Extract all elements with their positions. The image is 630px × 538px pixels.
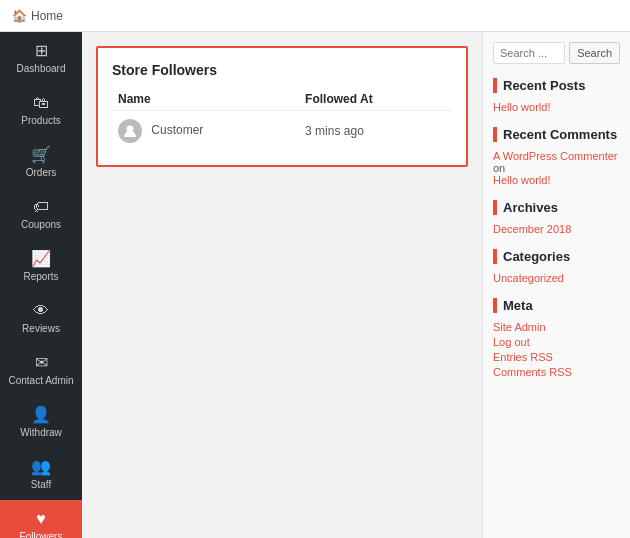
- sidebar-item-dashboard[interactable]: ⊞ Dashboard: [0, 32, 82, 84]
- comment-post-link[interactable]: Hello world!: [493, 174, 620, 186]
- recent-post-link-1[interactable]: Hello world!: [493, 101, 620, 113]
- sidebar-label-contact-admin: Contact Admin: [8, 375, 73, 387]
- archives-title: Archives: [493, 200, 620, 215]
- search-box: Search: [493, 42, 620, 64]
- home-label: Home: [31, 9, 63, 23]
- search-button[interactable]: Search: [569, 42, 620, 64]
- products-icon: 🛍: [33, 94, 49, 112]
- main-content: Store Followers Name Followed At: [82, 32, 482, 538]
- sidebar-item-staff[interactable]: 👥 Staff: [0, 448, 82, 500]
- reports-icon: 📈: [31, 249, 51, 268]
- meta-title: Meta: [493, 298, 620, 313]
- customer-name: Customer: [151, 123, 203, 137]
- sidebar-item-products[interactable]: 🛍 Products: [0, 84, 82, 136]
- orders-icon: 🛒: [31, 145, 51, 164]
- commenter-link[interactable]: A WordPress Commenter: [493, 150, 618, 162]
- topbar: 🏠 Home: [0, 0, 630, 32]
- col-followed-at: Followed At: [299, 88, 452, 111]
- dashboard-icon: ⊞: [35, 41, 48, 60]
- sidebar: ⊞ Dashboard 🛍 Products 🛒 Orders 🏷 Coupon…: [0, 32, 82, 538]
- followers-card: Store Followers Name Followed At: [96, 46, 468, 167]
- contact-admin-icon: ✉: [35, 353, 48, 372]
- on-text: on: [493, 162, 505, 174]
- categories-title: Categories: [493, 249, 620, 264]
- sidebar-item-orders[interactable]: 🛒 Orders: [0, 136, 82, 188]
- recent-comment-text: A WordPress Commenter on Hello world!: [493, 150, 620, 186]
- meta-log-out[interactable]: Log out: [493, 336, 620, 348]
- meta-site-admin[interactable]: Site Admin: [493, 321, 620, 333]
- recent-comments-widget: Recent Comments A WordPress Commenter on…: [493, 127, 620, 186]
- archives-widget: Archives December 2018: [493, 200, 620, 235]
- staff-icon: 👥: [31, 457, 51, 476]
- meta-widget: Meta Site Admin Log out Entries RSS Comm…: [493, 298, 620, 378]
- categories-widget: Categories Uncategorized: [493, 249, 620, 284]
- search-input[interactable]: [493, 42, 565, 64]
- sidebar-item-reports[interactable]: 📈 Reports: [0, 240, 82, 292]
- main-layout: ⊞ Dashboard 🛍 Products 🛒 Orders 🏷 Coupon…: [0, 32, 630, 538]
- sidebar-label-withdraw: Withdraw: [20, 427, 62, 439]
- col-name: Name: [112, 88, 299, 111]
- sidebar-label-reports: Reports: [23, 271, 58, 283]
- category-link-1[interactable]: Uncategorized: [493, 272, 620, 284]
- customer-name-cell: Customer: [112, 111, 299, 152]
- followers-table: Name Followed At Cu: [112, 88, 452, 151]
- recent-comments-title: Recent Comments: [493, 127, 620, 142]
- sidebar-item-withdraw[interactable]: 👤 Withdraw: [0, 396, 82, 448]
- card-title: Store Followers: [112, 62, 452, 78]
- sidebar-label-followers: Followers: [20, 531, 63, 539]
- meta-entries-rss[interactable]: Entries RSS: [493, 351, 620, 363]
- sidebar-label-reviews: Reviews: [22, 323, 60, 335]
- coupons-icon: 🏷: [33, 198, 49, 216]
- avatar: [118, 119, 142, 143]
- sidebar-label-staff: Staff: [31, 479, 51, 491]
- breadcrumb: 🏠 Home: [12, 9, 63, 23]
- recent-posts-widget: Recent Posts Hello world!: [493, 78, 620, 113]
- home-icon: 🏠: [12, 9, 27, 23]
- followed-at-cell: 3 mins ago: [299, 111, 452, 152]
- sidebar-item-coupons[interactable]: 🏷 Coupons: [0, 188, 82, 240]
- sidebar-label-dashboard: Dashboard: [17, 63, 66, 75]
- reviews-icon: 👁: [33, 302, 49, 320]
- table-row: Customer 3 mins ago: [112, 111, 452, 152]
- sidebar-item-followers[interactable]: ♥ Followers: [0, 500, 82, 538]
- archive-link-1[interactable]: December 2018: [493, 223, 620, 235]
- sidebar-label-products: Products: [21, 115, 60, 127]
- sidebar-label-orders: Orders: [26, 167, 57, 179]
- right-sidebar: Search Recent Posts Hello world! Recent …: [482, 32, 630, 538]
- sidebar-label-coupons: Coupons: [21, 219, 61, 231]
- meta-comments-rss[interactable]: Comments RSS: [493, 366, 620, 378]
- sidebar-item-contact-admin[interactable]: ✉ Contact Admin: [0, 344, 82, 396]
- recent-posts-title: Recent Posts: [493, 78, 620, 93]
- sidebar-item-reviews[interactable]: 👁 Reviews: [0, 292, 82, 344]
- followers-icon: ♥: [36, 510, 46, 528]
- withdraw-icon: 👤: [31, 405, 51, 424]
